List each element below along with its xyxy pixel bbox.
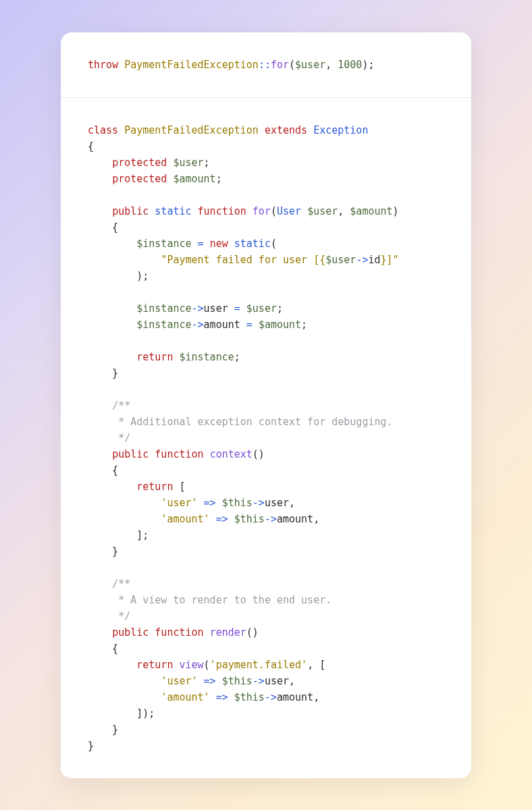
code-block-top: throw PaymentFailedException::for($user,… [61,32,471,97]
code-snippet-throw: throw PaymentFailedException::for($user,… [88,57,444,73]
code-card: throw PaymentFailedException::for($user,… [61,32,471,778]
code-snippet-class: class PaymentFailedException extends Exc… [88,122,444,754]
code-block-bottom: class PaymentFailedException extends Exc… [61,98,471,778]
